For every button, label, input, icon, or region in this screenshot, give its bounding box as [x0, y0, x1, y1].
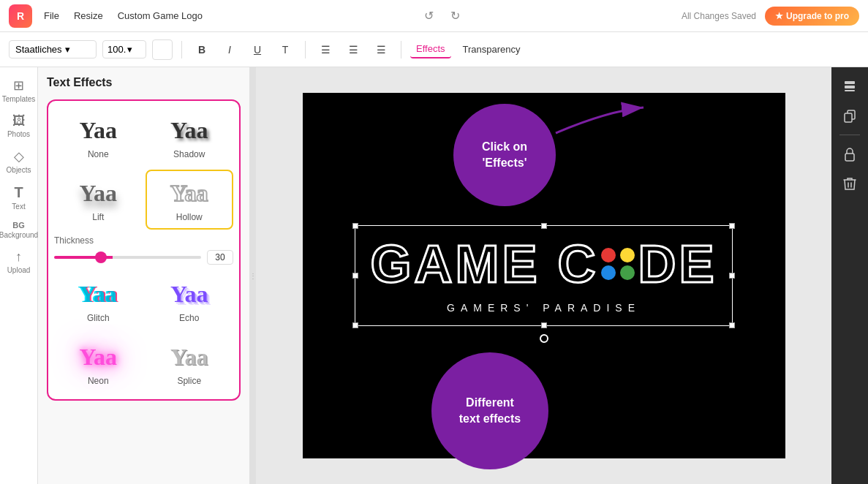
- effect-card-shadow[interactable]: Yaa Shadow: [146, 107, 234, 167]
- font-selector[interactable]: Staatliches ▾: [9, 40, 97, 58]
- handle-bottom-middle[interactable]: [541, 322, 547, 328]
- transparency-tab[interactable]: Transparency: [457, 41, 527, 58]
- svg-rect-1: [845, 81, 855, 84]
- right-panel: [831, 67, 868, 484]
- effect-none-preview: Yaa: [79, 114, 117, 146]
- effect-shadow-label: Shadow: [173, 149, 205, 159]
- handle-top-left[interactable]: [352, 223, 358, 229]
- handle-top-right[interactable]: [729, 223, 735, 229]
- color-swatch[interactable]: [152, 39, 173, 60]
- divider-2: [305, 41, 306, 58]
- canvas-area[interactable]: Click on'Effects' Differenttext effects: [256, 67, 831, 484]
- dot-red: [601, 248, 616, 262]
- topbar: R File Resize Custom Game Logo ↺ ↻ All C…: [0, 0, 868, 32]
- menu-file[interactable]: File: [44, 10, 59, 21]
- sidebar-item-upload[interactable]: ↑ Upload: [3, 245, 35, 279]
- effect-card-hollow[interactable]: Yaa Hollow: [146, 170, 234, 230]
- dot-blue: [601, 265, 616, 280]
- templates-icon: ⊞: [13, 77, 24, 94]
- background-label: Background: [0, 231, 38, 239]
- sidebar-icons: ⊞ Templates 🖼 Photos ◇ Objects T Text BG…: [0, 67, 38, 484]
- lock-button[interactable]: [837, 141, 863, 167]
- effect-echo-label: Echo: [179, 313, 199, 323]
- font-name: Staatliches: [15, 44, 62, 55]
- panel-resize-handle[interactable]: ⋮: [250, 67, 256, 484]
- handle-bottom-right[interactable]: [729, 322, 735, 328]
- upgrade-button[interactable]: ★ Upgrade to pro: [765, 7, 859, 26]
- undo-button[interactable]: ↺: [418, 6, 439, 26]
- font-size-selector[interactable]: 100. ▾: [102, 40, 146, 58]
- callout-different-effects-text: Differenttext effects: [459, 395, 521, 428]
- game-code-part2: DE: [638, 238, 717, 290]
- menu-resize[interactable]: Resize: [74, 10, 103, 21]
- underline-button[interactable]: U: [246, 39, 268, 61]
- saved-status: All Changes Saved: [682, 11, 756, 21]
- handle-top-middle[interactable]: [541, 223, 547, 229]
- callout-different-effects: Differenttext effects: [431, 352, 548, 469]
- effect-card-neon[interactable]: Yaa Neon: [54, 333, 143, 393]
- callout-effects-text: Click on'Effects': [482, 139, 527, 172]
- effect-card-glitch[interactable]: Yaa Glitch: [54, 271, 143, 330]
- svg-rect-3: [845, 90, 855, 91]
- topbar-menu: File Resize Custom Game Logo: [44, 10, 203, 21]
- dot-row-2: [601, 265, 635, 280]
- effect-none-label: None: [88, 149, 109, 159]
- game-code-text: GAME C DE: [370, 238, 717, 290]
- effect-card-splice[interactable]: Yaa Splice: [146, 333, 234, 393]
- selection-box[interactable]: GAME C DE GAMERS' PARADISE: [355, 225, 732, 326]
- effect-glitch-label: Glitch: [87, 313, 110, 323]
- effect-card-lift[interactable]: Yaa Lift: [54, 170, 143, 230]
- align-right-button[interactable]: ☰: [370, 39, 392, 61]
- svg-rect-5: [845, 113, 852, 122]
- topbar-right: All Changes Saved ★ Upgrade to pro: [682, 7, 859, 26]
- thickness-value: 30: [207, 250, 233, 265]
- lock-icon: [844, 147, 856, 162]
- callout-effects: Click on'Effects': [453, 104, 556, 206]
- copy-icon: [842, 108, 857, 123]
- photos-icon: 🖼: [12, 113, 26, 129]
- divider-1: [181, 41, 182, 58]
- sidebar-item-objects[interactable]: ◇ Objects: [3, 144, 35, 178]
- align-center-button[interactable]: ☰: [342, 39, 364, 61]
- handle-right-middle[interactable]: [729, 273, 735, 279]
- thickness-slider[interactable]: [54, 256, 201, 259]
- layers-button[interactable]: [837, 73, 863, 99]
- sidebar-item-text[interactable]: T Text: [3, 180, 35, 215]
- redo-button[interactable]: ↻: [445, 6, 465, 26]
- upgrade-label: Upgrade to pro: [786, 11, 849, 21]
- thickness-row: 30: [54, 250, 233, 265]
- photos-label: Photos: [7, 130, 30, 138]
- effect-splice-label: Splice: [177, 376, 201, 386]
- sidebar-item-background[interactable]: BG Background: [3, 216, 35, 243]
- text-label: Text: [12, 203, 25, 211]
- delete-icon: [843, 176, 856, 191]
- text-effects-panel: Text Effects Yaa None Yaa Shadow Yaa Lif…: [38, 67, 250, 484]
- effect-card-none[interactable]: Yaa None: [54, 107, 143, 167]
- sidebar-item-templates[interactable]: ⊞ Templates: [3, 73, 35, 107]
- effect-hollow-preview: Yaa: [170, 177, 208, 209]
- thickness-section: Thickness 30: [54, 232, 233, 268]
- topbar-center: ↺ ↻: [214, 6, 670, 26]
- italic-button[interactable]: I: [219, 39, 241, 61]
- upload-icon: ↑: [15, 249, 22, 265]
- app-logo[interactable]: R: [9, 4, 32, 28]
- handle-bottom-left[interactable]: [352, 322, 358, 328]
- align-left-button[interactable]: ☰: [314, 39, 336, 61]
- panel-title: Text Effects: [47, 76, 241, 89]
- sidebar-item-photos[interactable]: 🖼 Photos: [3, 109, 35, 143]
- upload-label: Upload: [7, 266, 31, 274]
- effect-card-echo[interactable]: Yaa Echo: [146, 271, 234, 330]
- upgrade-star-icon: ★: [775, 11, 783, 21]
- bold-button[interactable]: B: [191, 39, 213, 61]
- dot-green: [620, 265, 635, 280]
- strikethrough-button[interactable]: T: [274, 39, 296, 61]
- effect-splice-preview: Yaa: [170, 341, 208, 373]
- copy-button[interactable]: [837, 102, 863, 129]
- handle-left-middle[interactable]: [352, 273, 358, 279]
- effects-tab[interactable]: Effects: [410, 40, 451, 58]
- templates-label: Templates: [2, 95, 36, 103]
- effect-lift-label: Lift: [92, 212, 104, 222]
- divider-3: [401, 41, 401, 58]
- rotate-handle[interactable]: [540, 334, 548, 343]
- delete-button[interactable]: [837, 170, 863, 197]
